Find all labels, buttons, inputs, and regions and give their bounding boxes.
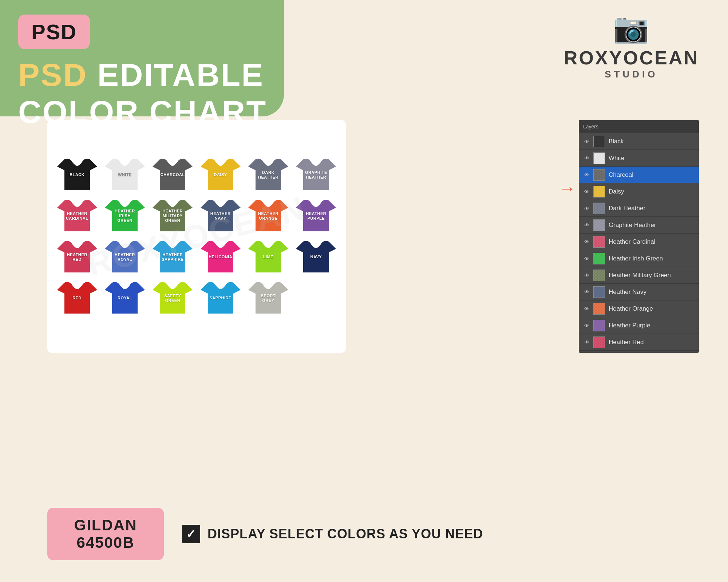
tshirt-label: HEATHER CARDINAL (63, 211, 92, 220)
layer-name: Heather Irish Green (609, 255, 663, 262)
eye-icon[interactable]: 👁 (582, 220, 592, 230)
eye-icon[interactable]: 👁 (582, 203, 592, 214)
layer-row[interactable]: 👁Dark Heather (579, 200, 699, 217)
tshirt-label: SAPPHIRE (206, 296, 235, 300)
layer-row[interactable]: 👁Heather Purple (579, 317, 699, 334)
tshirt-item: HEATHER SAPPHIRE (150, 238, 195, 276)
layer-thumbnail (593, 320, 605, 331)
tshirt-shape: NAVY (296, 238, 336, 276)
tshirt-grid: BLACK WHITE CHARCOAL DAISY DARK HEATHER … (55, 156, 339, 317)
product-number: 64500B (69, 534, 142, 551)
eye-icon[interactable]: 👁 (582, 287, 592, 297)
tshirt-shape: SPORT GREY (248, 279, 288, 317)
tshirt-shape: DAISY (201, 156, 241, 194)
tshirt-shape: HEATHER PURPLE (296, 197, 336, 235)
title-psd: PSD (18, 57, 97, 93)
tshirt-shape: DARK HEATHER (248, 156, 288, 194)
tshirt-label: HEATHER MILITARY GREEN (158, 209, 187, 223)
layers-title: Layers (583, 124, 598, 129)
tshirt-shape: HEATHER IRISH GREEN (105, 197, 145, 235)
eye-icon[interactable]: 👁 (582, 254, 592, 264)
checkmark-box: ✓ (182, 525, 200, 543)
eye-icon[interactable]: 👁 (582, 136, 592, 147)
layer-name: Charcoal (609, 171, 633, 179)
layers-panel: Layers 👁Black👁White👁Charcoal👁Daisy👁Dark … (579, 120, 699, 353)
eye-icon[interactable]: 👁 (582, 337, 592, 347)
brand-name: ROXYOCEAN (564, 47, 699, 69)
tshirt-shape: SAPPHIRE (201, 279, 241, 317)
layer-row[interactable]: 👁Heather Military Green (579, 267, 699, 284)
checkmark-icon: ✓ (186, 527, 196, 541)
tshirt-item: HEATHER ROYAL (102, 238, 147, 276)
tshirt-shape: BLACK (57, 156, 97, 194)
layer-row[interactable]: 👁Heather Orange (579, 300, 699, 317)
layer-thumbnail (593, 169, 605, 181)
layer-thumbnail (593, 236, 605, 248)
layer-thumbnail (593, 270, 605, 281)
tshirt-item: HEATHER IRISH GREEN (102, 197, 147, 235)
layer-thumbnail (593, 303, 605, 315)
layer-thumbnail (593, 253, 605, 264)
camera-icon: 📷 (564, 11, 699, 45)
eye-icon[interactable]: 👁 (582, 270, 592, 280)
layer-name: Heather Military Green (609, 272, 671, 279)
brand-logo: 📷 ROXYOCEAN STUDIO (564, 11, 699, 80)
layer-thumbnail (593, 336, 605, 348)
tshirt-label: RED (63, 296, 92, 300)
tshirt-label: HEATHER IRISH GREEN (110, 209, 139, 223)
layer-name: White (609, 155, 624, 162)
tshirt-item: HEATHER CARDINAL (55, 197, 99, 235)
layer-row[interactable]: 👁Graphite Heather (579, 217, 699, 234)
layer-name: Heather Red (609, 339, 644, 346)
eye-icon[interactable]: 👁 (582, 304, 592, 314)
eye-icon[interactable]: 👁 (582, 170, 592, 180)
tshirt-label: HEATHER ROYAL (110, 252, 139, 262)
tshirt-shape: SAFETY GREEN (153, 279, 193, 317)
layer-name: Black (609, 138, 624, 145)
layer-name: Heather Cardinal (609, 238, 656, 246)
tshirt-shape: HEATHER ROYAL (105, 238, 145, 276)
eye-icon[interactable]: 👁 (582, 153, 592, 163)
tshirt-label: SAFETY GREEN (158, 293, 187, 303)
tshirt-label: CHARCOAL (158, 172, 187, 177)
tshirt-label: DARK HEATHER (254, 170, 283, 179)
tshirt-item: BLACK (55, 156, 99, 194)
layer-row[interactable]: 👁Heather Irish Green (579, 250, 699, 267)
tshirt-label: HEATHER ORANGE (254, 211, 283, 220)
tshirt-shape: CHARCOAL (153, 156, 193, 194)
tshirt-item: HEATHER ORANGE (246, 197, 290, 235)
tshirt-label: DAISY (206, 172, 235, 177)
layer-thumbnail (593, 136, 605, 147)
tshirt-shape: HEATHER SAPPHIRE (153, 238, 193, 276)
tshirt-item: SPORT GREY (246, 279, 290, 317)
layer-row[interactable]: 👁Heather Navy (579, 284, 699, 300)
tshirt-item: GRAPHITE HEATHER (294, 156, 339, 194)
layer-row[interactable]: 👁White (579, 150, 699, 167)
layer-name: Heather Orange (609, 305, 653, 312)
tshirt-shape: ROYAL (105, 279, 145, 317)
tshirt-item: HEATHER NAVY (198, 197, 243, 235)
layer-name: Graphite Heather (609, 222, 656, 229)
display-cta: ✓ DISPLAY SELECT COLORS AS YOU NEED (182, 525, 483, 543)
tshirt-label: HELICONIA (206, 255, 235, 259)
layer-row[interactable]: 👁Black (579, 133, 699, 150)
layer-row[interactable]: 👁Heather Red (579, 334, 699, 351)
tshirt-shape: HELICONIA (201, 238, 241, 276)
tshirt-label: WHITE (110, 172, 139, 177)
title-line1: PSD EDITABLE (18, 56, 267, 93)
tshirt-label: HEATHER NAVY (206, 211, 235, 220)
layer-name: Heather Purple (609, 322, 650, 329)
eye-icon[interactable]: 👁 (582, 320, 592, 331)
layer-thumbnail (593, 203, 605, 214)
eye-icon[interactable]: 👁 (582, 187, 592, 197)
product-model: GILDAN (69, 517, 142, 534)
layer-row[interactable]: 👁Daisy (579, 183, 699, 200)
tshirt-item: HEATHER PURPLE (294, 197, 339, 235)
eye-icon[interactable]: 👁 (582, 237, 592, 247)
tshirt-item: CHARCOAL (150, 156, 195, 194)
layer-row[interactable]: 👁Heather Cardinal (579, 234, 699, 250)
layer-row[interactable]: 👁Charcoal (579, 167, 699, 183)
tshirt-shape: HEATHER MILITARY GREEN (153, 197, 193, 235)
tshirt-item: RED (55, 279, 99, 317)
tshirt-item: ROYAL (102, 279, 147, 317)
